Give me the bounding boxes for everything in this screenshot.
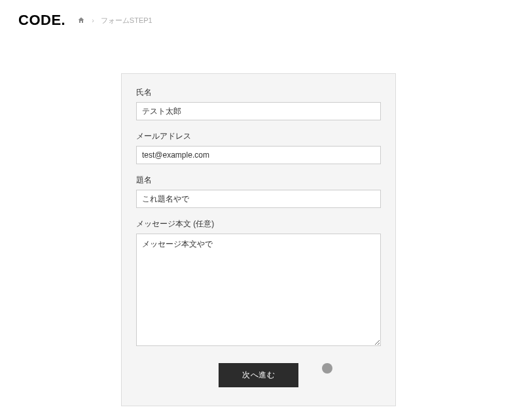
message-textarea[interactable] <box>136 234 381 346</box>
breadcrumb: › フォームSTEP1 <box>77 16 152 26</box>
form-group-subject: 題名 <box>136 175 381 208</box>
home-icon[interactable] <box>77 16 85 24</box>
subject-input[interactable] <box>136 190 381 208</box>
message-label: メッセージ本文 (任意) <box>136 219 381 230</box>
email-input[interactable] <box>136 146 381 164</box>
form-group-name: 氏名 <box>136 87 381 120</box>
logo[interactable]: CODE. <box>18 12 65 29</box>
chevron-right-icon: › <box>92 16 94 24</box>
email-label: メールアドレス <box>136 131 381 142</box>
name-label: 氏名 <box>136 87 381 98</box>
button-row: 次へ進む <box>136 363 381 387</box>
name-input[interactable] <box>136 102 381 120</box>
subject-label: 題名 <box>136 175 381 186</box>
submit-button[interactable]: 次へ進む <box>219 363 298 387</box>
form-group-email: メールアドレス <box>136 131 381 164</box>
form-group-message: メッセージ本文 (任意) <box>136 219 381 349</box>
form-container: 氏名 メールアドレス 題名 メッセージ本文 (任意) 次へ進む <box>121 73 396 406</box>
header: CODE. › フォームSTEP1 <box>0 0 517 41</box>
breadcrumb-current: フォームSTEP1 <box>101 16 152 26</box>
